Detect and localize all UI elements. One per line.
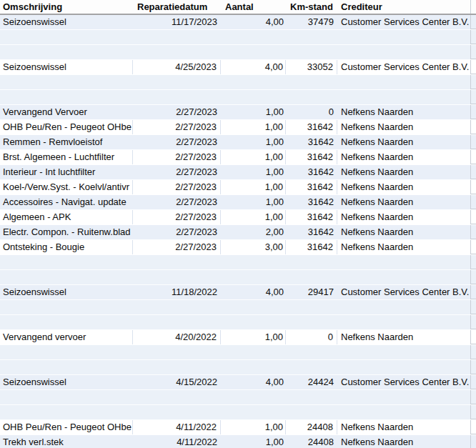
table-row[interactable]: Remmen - Remvloeistof2/27/20231,0031642N… xyxy=(0,135,476,150)
row-gutter-cell xyxy=(470,15,476,29)
cell-omschrijving xyxy=(0,315,133,329)
cell-omschrijving xyxy=(0,390,133,404)
cell-reparatiedatum: 2/27/2023 xyxy=(133,150,221,164)
cell-aantal: 1,00 xyxy=(221,165,286,179)
row-gutter-cell xyxy=(470,405,476,419)
cell-aantal: 4,00 xyxy=(221,15,286,29)
row-gutter-cell xyxy=(470,105,476,119)
cell-omschrijving: OHB Peu/Ren - Peugeot OHbe xyxy=(0,120,133,134)
cell-omschrijving: Trekh verl.stek xyxy=(0,435,133,448)
cell-reparatiedatum: 4/25/2023 xyxy=(133,60,221,74)
cell-omschrijving: Vervangend Vervoer xyxy=(0,105,133,119)
cell-km-stand: 0 xyxy=(286,330,337,344)
cell-km-stand: 24408 xyxy=(286,420,337,434)
cell-reparatiedatum xyxy=(133,75,221,89)
table-body: Seizoenswissel11/17/20234,0037479Custome… xyxy=(0,15,476,448)
cell-aantal: 1,00 xyxy=(221,105,286,119)
cell-km-stand: 31642 xyxy=(286,165,337,179)
table-row[interactable]: Koel-/Verw.Syst. - Koelvl/antivr2/27/202… xyxy=(0,180,476,195)
cell-crediteur: Nefkens Naarden xyxy=(337,165,470,179)
row-gutter-cell xyxy=(470,435,476,448)
cell-km-stand: 24408 xyxy=(286,435,337,448)
table-row[interactable]: OHB Peu/Ren - Peugeot OHbe2/27/20231,003… xyxy=(0,120,476,135)
table-row[interactable]: Electr. Compon. - Ruitenw.blad2/27/20232… xyxy=(0,225,476,240)
cell-reparatiedatum: 2/27/2023 xyxy=(133,135,221,149)
row-gutter-cell xyxy=(470,285,476,299)
cell-aantal: 1,00 xyxy=(221,435,286,448)
row-gutter-cell xyxy=(470,135,476,149)
cell-crediteur: Customer Services Center B.V. xyxy=(337,285,470,299)
column-header-omschrijving: Omschrijving xyxy=(0,0,133,14)
empty-row xyxy=(0,345,476,360)
cell-crediteur: Nefkens Naarden xyxy=(337,225,470,239)
cell-km-stand: 31642 xyxy=(286,150,337,164)
cell-reparatiedatum xyxy=(133,405,221,419)
empty-row xyxy=(0,360,476,375)
cell-reparatiedatum: 2/27/2023 xyxy=(133,195,221,209)
cell-km-stand xyxy=(286,270,337,284)
table-row[interactable]: Interieur - Int luchtfilter2/27/20231,00… xyxy=(0,165,476,180)
table-row[interactable]: Seizoenswissel4/25/20234,0033052Customer… xyxy=(0,60,476,75)
cell-aantal: 2,00 xyxy=(221,225,286,239)
empty-row xyxy=(0,90,476,105)
column-header-crediteur: Crediteur xyxy=(337,0,470,14)
cell-aantal xyxy=(221,270,286,284)
cell-aantal xyxy=(221,360,286,374)
cell-omschrijving: Koel-/Verw.Syst. - Koelvl/antivr xyxy=(0,180,133,194)
cell-omschrijving xyxy=(0,90,133,104)
row-gutter-cell xyxy=(470,210,476,224)
cell-reparatiedatum: 4/15/2022 xyxy=(133,375,221,389)
table-row[interactable]: Seizoenswissel11/18/20224,0029417Custome… xyxy=(0,285,476,300)
row-gutter-cell xyxy=(470,315,476,329)
cell-aantal xyxy=(221,75,286,89)
cell-km-stand xyxy=(286,30,337,44)
cell-crediteur xyxy=(337,315,470,329)
cell-crediteur: Nefkens Naarden xyxy=(337,195,470,209)
repair-history-table: Omschrijving Reparatiedatum Aantal Km-st… xyxy=(0,0,476,448)
cell-km-stand: 33052 xyxy=(286,60,337,74)
cell-crediteur xyxy=(337,360,470,374)
cell-omschrijving xyxy=(0,345,133,359)
row-gutter-cell xyxy=(470,75,476,89)
table-row[interactable]: Algemeen - APK2/27/20231,0031642Nefkens … xyxy=(0,210,476,225)
table-row[interactable]: Vervangend Vervoer2/27/20231,000Nefkens … xyxy=(0,105,476,120)
table-row[interactable]: Brst. Algemeen - Luchtfilter2/27/20231,0… xyxy=(0,150,476,165)
cell-omschrijving: Remmen - Remvloeistof xyxy=(0,135,133,149)
cell-km-stand xyxy=(286,300,337,314)
table-row[interactable]: Ontsteking - Bougie2/27/20233,0031642Nef… xyxy=(0,240,476,255)
row-gutter-cell xyxy=(470,60,476,74)
cell-omschrijving xyxy=(0,270,133,284)
table-row[interactable]: Accessoires - Navigat. update2/27/20231,… xyxy=(0,195,476,210)
table-row[interactable]: OHB Peu/Ren - Peugeot OHbe4/11/20221,002… xyxy=(0,420,476,435)
table-row[interactable]: Vervangend vervoer4/20/20221,000Nefkens … xyxy=(0,330,476,345)
cell-omschrijving xyxy=(0,360,133,374)
cell-omschrijving xyxy=(0,405,133,419)
cell-omschrijving: Accessoires - Navigat. update xyxy=(0,195,133,209)
cell-crediteur: Nefkens Naarden xyxy=(337,135,470,149)
row-gutter-cell xyxy=(470,30,476,44)
cell-aantal: 1,00 xyxy=(221,150,286,164)
empty-row xyxy=(0,30,476,45)
cell-crediteur: Nefkens Naarden xyxy=(337,210,470,224)
cell-km-stand: 31642 xyxy=(286,135,337,149)
cell-km-stand xyxy=(286,360,337,374)
cell-reparatiedatum: 4/11/2022 xyxy=(133,420,221,434)
cell-omschrijving: Electr. Compon. - Ruitenw.blad xyxy=(0,225,133,239)
cell-aantal xyxy=(221,390,286,404)
cell-aantal: 1,00 xyxy=(221,180,286,194)
empty-row xyxy=(0,390,476,405)
row-gutter-cell xyxy=(470,120,476,134)
cell-crediteur: Nefkens Naarden xyxy=(337,180,470,194)
cell-aantal xyxy=(221,315,286,329)
cell-crediteur xyxy=(337,300,470,314)
table-row[interactable]: Seizoenswissel11/17/20234,0037479Custome… xyxy=(0,15,476,30)
header-gutter-cell xyxy=(470,0,476,14)
cell-km-stand xyxy=(286,255,337,269)
table-row[interactable]: Seizoenswissel4/15/20224,0024424Customer… xyxy=(0,375,476,390)
cell-km-stand: 0 xyxy=(286,105,337,119)
cell-aantal: 1,00 xyxy=(221,135,286,149)
cell-km-stand xyxy=(286,315,337,329)
table-row[interactable]: Trekh verl.stek4/11/20221,0024408Nefkens… xyxy=(0,435,476,448)
cell-omschrijving xyxy=(0,300,133,314)
cell-crediteur: Customer Services Center B.V. xyxy=(337,15,470,29)
